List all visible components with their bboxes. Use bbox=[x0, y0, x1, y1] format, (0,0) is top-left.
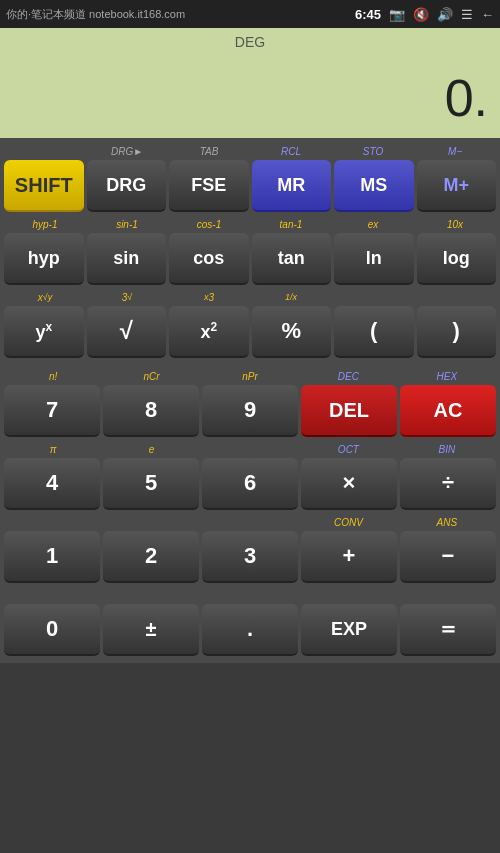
angle-mode: DEG bbox=[12, 34, 488, 50]
eight-button[interactable]: 8 bbox=[103, 385, 199, 437]
calculator-display: DEG 0. bbox=[0, 28, 500, 138]
row7-labels bbox=[4, 586, 496, 604]
back-icon: ← bbox=[481, 7, 494, 22]
label-drg: DRG► bbox=[86, 142, 168, 160]
label-10x: 10x bbox=[414, 215, 496, 233]
row6-labels: CONV ANS bbox=[4, 513, 496, 531]
row7-buttons: 0 ± . EXP ＝ bbox=[4, 604, 496, 656]
label-empty4 bbox=[4, 513, 102, 531]
label-ncr: nCr bbox=[102, 367, 200, 385]
row1-labels: DRG► TAB RCL STO M− bbox=[4, 142, 496, 160]
seven-button[interactable]: 7 bbox=[4, 385, 100, 437]
lparen-button[interactable]: ( bbox=[334, 306, 414, 358]
row1-buttons: SHIFT DRG FSE MR MS M+ bbox=[4, 160, 496, 212]
row5-buttons: 4 5 6 × ÷ bbox=[4, 458, 496, 510]
hyp-button[interactable]: hyp bbox=[4, 233, 84, 285]
shift-button[interactable]: SHIFT bbox=[4, 160, 84, 212]
percent-button[interactable]: % bbox=[252, 306, 332, 358]
label-dec: DEC bbox=[299, 367, 397, 385]
status-icons: 6:45 📷 🔇 🔊 ☰ ← bbox=[355, 7, 494, 22]
two-button[interactable]: 2 bbox=[103, 531, 199, 583]
label-hex: HEX bbox=[398, 367, 496, 385]
volume-mute-icon: 🔇 bbox=[413, 7, 429, 22]
sqrt-button[interactable]: √ bbox=[87, 306, 167, 358]
label-empty10 bbox=[299, 586, 397, 604]
label-empty9 bbox=[201, 586, 299, 604]
label-empty7 bbox=[4, 586, 102, 604]
camera-icon: 📷 bbox=[389, 7, 405, 22]
label-empty6 bbox=[201, 513, 299, 531]
row6-buttons: 1 2 3 + − bbox=[4, 531, 496, 583]
del-button[interactable]: DEL bbox=[301, 385, 397, 437]
label-reciprocal: 1/x bbox=[250, 288, 332, 306]
label-drg-arrow bbox=[4, 142, 86, 160]
multiply-button[interactable]: × bbox=[301, 458, 397, 510]
label-pi: π bbox=[4, 440, 102, 458]
cos-button[interactable]: cos bbox=[169, 233, 249, 285]
label-empty8 bbox=[102, 586, 200, 604]
row4-labels: n! nCr nPr DEC HEX bbox=[4, 367, 496, 385]
equals-button[interactable]: ＝ bbox=[400, 604, 496, 656]
mplus-button[interactable]: M+ bbox=[417, 160, 497, 212]
label-nfact: n! bbox=[4, 367, 102, 385]
one-button[interactable]: 1 bbox=[4, 531, 100, 583]
minus-button[interactable]: − bbox=[400, 531, 496, 583]
volume-icon: 🔊 bbox=[437, 7, 453, 22]
sin-button[interactable]: sin bbox=[87, 233, 167, 285]
label-conv: CONV bbox=[299, 513, 397, 531]
four-button[interactable]: 4 bbox=[4, 458, 100, 510]
label-empty5 bbox=[102, 513, 200, 531]
label-tab: TAB bbox=[168, 142, 250, 160]
fse-button[interactable]: FSE bbox=[169, 160, 249, 212]
display-value: 0. bbox=[12, 72, 488, 132]
label-tan-inv: tan-1 bbox=[250, 215, 332, 233]
six-button[interactable]: 6 bbox=[202, 458, 298, 510]
label-xcubed: x3 bbox=[168, 288, 250, 306]
log-button[interactable]: log bbox=[417, 233, 497, 285]
label-ans: ANS bbox=[398, 513, 496, 531]
zero-button[interactable]: 0 bbox=[4, 604, 100, 656]
label-cos-inv: cos-1 bbox=[168, 215, 250, 233]
label-rcl: RCL bbox=[250, 142, 332, 160]
row5-labels: π e OCT BIN bbox=[4, 440, 496, 458]
yx-button[interactable]: yx bbox=[4, 306, 84, 358]
label-mminus: M− bbox=[414, 142, 496, 160]
ln-button[interactable]: ln bbox=[334, 233, 414, 285]
mr-button[interactable]: MR bbox=[252, 160, 332, 212]
plusminus-button[interactable]: ± bbox=[103, 604, 199, 656]
row4-buttons: 7 8 9 DEL AC bbox=[4, 385, 496, 437]
row2-labels: hyp-1 sin-1 cos-1 tan-1 ex 10x bbox=[4, 215, 496, 233]
three-button[interactable]: 3 bbox=[202, 531, 298, 583]
menu-icon: ☰ bbox=[461, 7, 473, 22]
label-bin: BIN bbox=[398, 440, 496, 458]
label-empty3 bbox=[201, 440, 299, 458]
ms-button[interactable]: MS bbox=[334, 160, 414, 212]
x2-button[interactable]: x2 bbox=[169, 306, 249, 358]
site-label: 你的·笔记本频道 notebook.it168.com bbox=[6, 7, 185, 22]
time-display: 6:45 bbox=[355, 7, 381, 22]
rparen-button[interactable]: ) bbox=[417, 306, 497, 358]
row2-buttons: hyp sin cos tan ln log bbox=[4, 233, 496, 285]
plus-button[interactable]: + bbox=[301, 531, 397, 583]
label-empty1 bbox=[332, 288, 414, 306]
exp-button[interactable]: EXP bbox=[301, 604, 397, 656]
calculator-body: DRG► TAB RCL STO M− SHIFT DRG FSE MR MS … bbox=[0, 138, 500, 663]
drg-button[interactable]: DRG bbox=[87, 160, 167, 212]
row3-labels: x√y 3√ x3 1/x bbox=[4, 288, 496, 306]
tan-button[interactable]: tan bbox=[252, 233, 332, 285]
decimal-button[interactable]: . bbox=[202, 604, 298, 656]
five-button[interactable]: 5 bbox=[103, 458, 199, 510]
label-sto: STO bbox=[332, 142, 414, 160]
label-hyp-inv: hyp-1 bbox=[4, 215, 86, 233]
nine-button[interactable]: 9 bbox=[202, 385, 298, 437]
label-e: e bbox=[102, 440, 200, 458]
label-cbrt: 3√ bbox=[86, 288, 168, 306]
divide-button[interactable]: ÷ bbox=[400, 458, 496, 510]
label-empty11 bbox=[398, 586, 496, 604]
top-bar: 你的·笔记本频道 notebook.it168.com 6:45 📷 🔇 🔊 ☰… bbox=[0, 0, 500, 28]
ac-button[interactable]: AC bbox=[400, 385, 496, 437]
label-sin-inv: sin-1 bbox=[86, 215, 168, 233]
row3-buttons: yx √ x2 % ( ) bbox=[4, 306, 496, 358]
label-empty2 bbox=[414, 288, 496, 306]
label-xrooty: x√y bbox=[4, 288, 86, 306]
